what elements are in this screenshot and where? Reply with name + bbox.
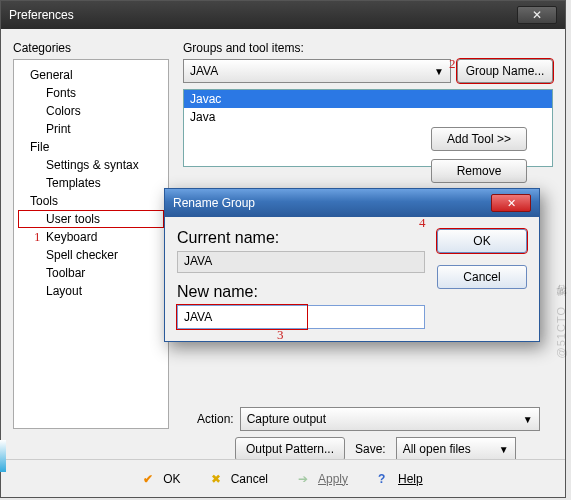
arrow-right-icon: ➔	[298, 472, 312, 486]
group-select-value: JAVA	[190, 64, 218, 78]
watermark: @51CTO博客	[554, 304, 569, 358]
chevron-down-icon: ▼	[499, 444, 509, 455]
new-name-label: New name:	[177, 283, 425, 301]
action-value: Capture output	[247, 412, 326, 426]
chevron-down-icon: ▼	[434, 66, 444, 77]
list-item[interactable]: Javac	[184, 90, 552, 108]
output-pattern-button[interactable]: Output Pattern...	[235, 437, 345, 461]
modal-title: Rename Group	[173, 196, 255, 210]
group-name-button[interactable]: Group Name...	[457, 59, 553, 83]
close-icon[interactable]: ✕	[491, 194, 531, 212]
annotation-3: 3	[277, 327, 284, 343]
cancel-button[interactable]: ✖Cancel	[211, 472, 268, 486]
modal-ok-button[interactable]: OK	[437, 229, 527, 253]
new-name-input[interactable]	[177, 305, 425, 329]
ok-button[interactable]: ✔OK	[143, 472, 180, 486]
tree-item[interactable]: User tools	[18, 210, 164, 228]
tree-item[interactable]: Fonts	[18, 84, 164, 102]
tree-item[interactable]: Print	[18, 120, 164, 138]
help-button[interactable]: ?Help	[378, 472, 423, 486]
tree-item[interactable]: Tools	[18, 192, 164, 210]
save-label: Save:	[355, 442, 386, 456]
categories-label: Categories	[13, 41, 169, 55]
decoration	[0, 440, 6, 472]
tree-item[interactable]: Spell checker	[18, 246, 164, 264]
help-icon: ?	[378, 472, 392, 486]
action-label: Action:	[197, 412, 234, 426]
tree-item[interactable]: Colors	[18, 102, 164, 120]
rename-group-dialog: Rename Group ✕ Current name: JAVA New na…	[164, 188, 540, 342]
window-title: Preferences	[9, 8, 74, 22]
modal-cancel-button[interactable]: Cancel	[437, 265, 527, 289]
dialog-buttons: ✔OK ✖Cancel ➔Apply ?Help	[1, 459, 565, 497]
cross-icon: ✖	[211, 472, 225, 486]
check-icon: ✔	[143, 472, 157, 486]
current-name-field: JAVA	[177, 251, 425, 273]
add-tool-button[interactable]: Add Tool >>	[431, 127, 527, 151]
close-icon[interactable]: ✕	[517, 6, 557, 24]
tree-item[interactable]: General	[18, 66, 164, 84]
tree-item[interactable]: Settings & syntax	[18, 156, 164, 174]
save-value: All open files	[403, 442, 471, 456]
group-select[interactable]: JAVA ▼	[183, 59, 451, 83]
current-name-label: Current name:	[177, 229, 425, 247]
titlebar: Preferences ✕	[1, 1, 565, 29]
modal-titlebar: Rename Group ✕	[165, 189, 539, 217]
action-select[interactable]: Capture output ▼	[240, 407, 540, 431]
groups-label: Groups and tool items:	[183, 41, 553, 55]
tree-item[interactable]: Templates	[18, 174, 164, 192]
tree-item[interactable]: Toolbar	[18, 264, 164, 282]
tree-item[interactable]: File	[18, 138, 164, 156]
tree-item[interactable]: Keyboard	[18, 228, 164, 246]
chevron-down-icon: ▼	[523, 414, 533, 425]
apply-button[interactable]: ➔Apply	[298, 472, 348, 486]
categories-tree[interactable]: GeneralFontsColorsPrintFileSettings & sy…	[13, 59, 169, 429]
remove-button[interactable]: Remove	[431, 159, 527, 183]
list-item[interactable]: Java	[184, 108, 552, 126]
save-select[interactable]: All open files ▼	[396, 437, 516, 461]
tree-item[interactable]: Layout	[18, 282, 164, 300]
